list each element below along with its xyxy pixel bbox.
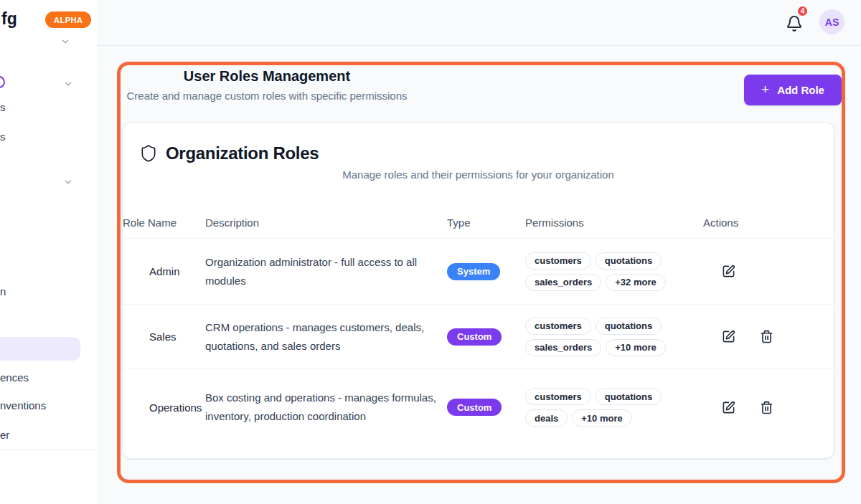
- role-type-badge: Custom: [447, 328, 502, 346]
- role-name: Sales: [123, 331, 205, 343]
- sidebar-divider: [0, 449, 97, 450]
- row-actions: [703, 401, 834, 414]
- permission-chip[interactable]: +10 more: [606, 339, 665, 356]
- column-header: Permissions: [525, 217, 703, 229]
- delete-role-icon[interactable]: [760, 330, 773, 343]
- column-header: Actions: [703, 217, 834, 229]
- page-header: User Roles Management Create and manage …: [117, 68, 417, 102]
- permission-chip: quotations: [596, 318, 662, 335]
- chevron-down-icon[interactable]: [63, 177, 73, 187]
- table-header-row: Role Name Description Type Permissions A…: [123, 206, 834, 239]
- table-body: Admin Organization administrator - full …: [123, 239, 834, 445]
- table-row: Sales CRM operations - manages customers…: [123, 305, 834, 369]
- permission-chip[interactable]: +10 more: [572, 409, 631, 427]
- page-title: User Roles Management: [117, 68, 417, 85]
- edit-role-icon[interactable]: [722, 330, 735, 343]
- permission-chip: quotations: [596, 252, 662, 270]
- avatar[interactable]: AS: [819, 9, 844, 34]
- sidebar-item[interactable]: nventions: [0, 399, 46, 412]
- table-row: Operations Box costing and operations - …: [123, 369, 834, 445]
- page-subtitle: Create and manage custom roles with spec…: [117, 90, 417, 102]
- sidebar-item[interactable]: er: [0, 429, 9, 441]
- card-description: Manage roles and their permissions for y…: [123, 168, 834, 181]
- permission-chip: sales_orders: [525, 339, 601, 356]
- permission-chip: deals: [525, 409, 568, 427]
- notification-count-badge: 4: [796, 5, 809, 17]
- role-permissions: customersquotationsdeals+10 more: [525, 388, 679, 427]
- sidebar-item[interactable]: ences: [0, 371, 29, 384]
- permission-chip: sales_orders: [525, 274, 601, 291]
- table-row: Admin Organization administrator - full …: [123, 239, 834, 305]
- add-role-button[interactable]: + Add Role: [744, 75, 842, 105]
- alpha-badge: ALPHA: [45, 11, 91, 28]
- role-description: Organization administrator - full access…: [205, 253, 438, 290]
- bell-icon: [786, 15, 803, 32]
- topbar-divider: [97, 45, 861, 46]
- permission-chip[interactable]: +32 more: [606, 274, 665, 291]
- role-type-badge: Custom: [447, 399, 502, 416]
- role-name: Admin: [123, 265, 205, 277]
- role-description: Box costing and operations - manages for…: [205, 389, 438, 426]
- plus-icon: +: [761, 82, 769, 96]
- shield-icon: [139, 144, 158, 163]
- row-actions: [703, 330, 834, 343]
- sidebar: fg ALPHA s s n ences nventions er: [0, 0, 97, 504]
- role-description: CRM operations - manages customers, deal…: [205, 318, 438, 356]
- sidebar-item[interactable]: s: [0, 101, 6, 113]
- column-header: Role Name: [123, 217, 205, 229]
- sidebar-active-item[interactable]: [0, 337, 80, 361]
- app-screen: 4 AS fg ALPHA s s n ences nventions er U…: [0, 0, 861, 504]
- edit-role-icon[interactable]: [722, 265, 735, 278]
- chevron-down-icon[interactable]: [60, 37, 70, 47]
- sidebar-item[interactable]: s: [0, 130, 6, 143]
- add-role-label: Add Role: [777, 84, 824, 96]
- row-actions: [703, 265, 834, 278]
- app-logo: fg: [1, 9, 17, 29]
- role-permissions: customersquotationssales_orders+10 more: [525, 318, 679, 356]
- card-header: Organization Roles Manage roles and thei…: [123, 123, 834, 206]
- role-name: Operations: [123, 401, 205, 414]
- chevron-down-icon[interactable]: [63, 79, 73, 89]
- permission-chip: customers: [525, 388, 591, 405]
- column-header: Type: [447, 217, 525, 229]
- organization-roles-card: Organization Roles Manage roles and thei…: [122, 122, 834, 459]
- permission-chip: customers: [525, 318, 591, 335]
- sidebar-item-icon: [0, 76, 5, 88]
- permission-chip: customers: [525, 252, 591, 270]
- sidebar-item[interactable]: n: [0, 285, 6, 298]
- role-permissions: customersquotationssales_orders+32 more: [525, 252, 679, 291]
- role-type-badge: System: [447, 263, 500, 280]
- permission-chip: quotations: [596, 388, 662, 405]
- delete-role-icon[interactable]: [760, 401, 773, 414]
- column-header: Description: [205, 217, 447, 229]
- edit-role-icon[interactable]: [722, 401, 735, 414]
- card-title: Organization Roles: [166, 143, 319, 163]
